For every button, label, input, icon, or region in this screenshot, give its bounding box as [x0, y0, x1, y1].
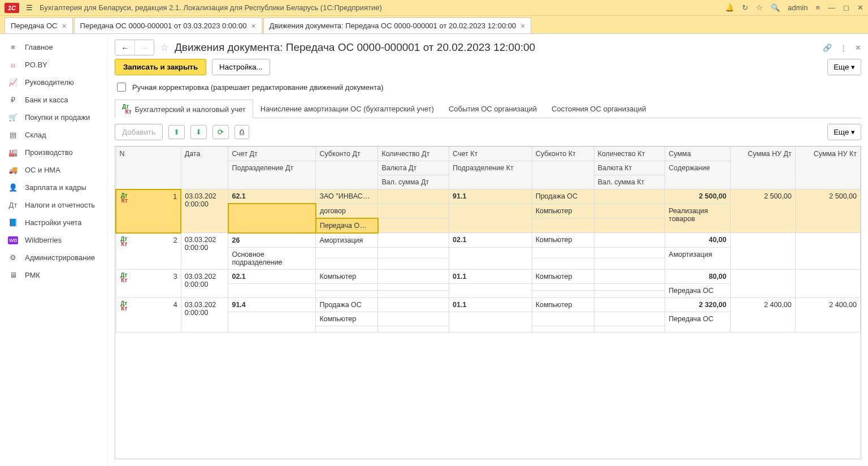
- sidebar-item-assets[interactable]: 🚚ОС и НМА: [0, 161, 107, 179]
- kebab-icon[interactable]: ⋮: [840, 44, 847, 52]
- maximize-icon[interactable]: ◻: [843, 3, 849, 12]
- th-content[interactable]: Содержание: [665, 161, 730, 189]
- sidebar: ≡Главное ☼PO.BY 📈Руководителю ₽Банк и ка…: [0, 34, 107, 466]
- entries-table: N Дата Счет Дт Субконто Дт Количество Дт…: [115, 146, 861, 333]
- window-tab[interactable]: Передача ОС 0000-000001 от 03.03.2023 0:…: [74, 18, 262, 33]
- th-qty-dt[interactable]: Количество Дт: [378, 147, 449, 161]
- cell-valsum-dt: [378, 258, 449, 270]
- sidebar-item-admin[interactable]: ⚙Администрирование: [0, 249, 107, 266]
- tab-close-icon[interactable]: ×: [62, 22, 66, 30]
- link-icon[interactable]: 🔗: [823, 44, 832, 52]
- sidebar-item-label: Wildberries: [25, 236, 62, 244]
- cell-subk-dt2: [316, 247, 378, 258]
- minimize-icon[interactable]: —: [828, 3, 835, 12]
- history-icon[interactable]: ↻: [742, 3, 748, 12]
- search-icon[interactable]: 🔍: [771, 3, 780, 12]
- sidebar-item-label: Зарплата и кадры: [25, 183, 86, 192]
- window-tab[interactable]: Движения документа: Передача ОС 0000-000…: [263, 18, 532, 33]
- sidebar-item-label: PO.BY: [25, 61, 47, 69]
- save-close-button[interactable]: Записать и закрыть: [115, 59, 206, 75]
- th-dept-dt[interactable]: Подразделение Дт: [228, 161, 316, 189]
- th-sum[interactable]: Сумма: [665, 147, 730, 161]
- manual-correction-checkbox[interactable]: [117, 83, 126, 92]
- th-dept-kt[interactable]: Подразделение Кт: [449, 161, 532, 189]
- cell-valsum-kt: [594, 291, 665, 298]
- th-valsum-kt[interactable]: Вал. сумма Кт: [594, 175, 665, 189]
- cell-dept-kt: [449, 204, 532, 233]
- star-icon[interactable]: ☆: [756, 3, 763, 12]
- add-button[interactable]: Добавить: [115, 124, 163, 140]
- export-button[interactable]: ⎙: [235, 125, 249, 139]
- cell-subk-dt3: Передача О…: [316, 218, 378, 233]
- cell-nu-kt: [795, 233, 860, 270]
- cell-dept-dt: Основное подразделение: [228, 247, 316, 269]
- tab-amortization[interactable]: Начисление амортизации ОС (бухгалтерский…: [253, 99, 441, 118]
- cell-dept-dt: [228, 204, 316, 233]
- refresh-button[interactable]: ⟳: [212, 125, 229, 139]
- table-more-button[interactable]: Еще ▾: [827, 124, 861, 140]
- cell-content: Передача ОС: [665, 283, 730, 297]
- tab-states[interactable]: Состояния ОС организаций: [544, 99, 653, 118]
- window-tab[interactable]: Передача ОС ×: [5, 18, 73, 33]
- sidebar-item-manager[interactable]: 📈Руководителю: [0, 74, 107, 91]
- app-titlebar: 1С ☰ Бухгалтерия для Беларуси, редакция …: [0, 0, 868, 16]
- tab-close-icon[interactable]: ×: [520, 22, 525, 30]
- close-icon[interactable]: ✕: [857, 3, 863, 12]
- favorite-icon[interactable]: ☆: [160, 41, 169, 54]
- cell-qty-kt: [594, 297, 665, 312]
- menu-icon[interactable]: ☰: [26, 3, 33, 12]
- th-subk-dt[interactable]: Субконто Дт: [316, 147, 378, 161]
- sidebar-item-settings[interactable]: 📘Настройки учета: [0, 214, 107, 231]
- cell-content: Амортизация: [665, 247, 730, 269]
- cell-sum: 40,00: [665, 233, 730, 248]
- cell-nu-dt: 2 500,00: [730, 189, 795, 233]
- sidebar-item-warehouse[interactable]: ▤Склад: [0, 126, 107, 144]
- th-nu-kt[interactable]: Сумма НУ Кт: [795, 147, 860, 189]
- sidebar-item-production[interactable]: 🏭Производство: [0, 144, 107, 161]
- settings-button[interactable]: Настройка...: [212, 59, 270, 75]
- cell-valsum-dt: [378, 291, 449, 298]
- cell-dept-kt: [449, 247, 532, 269]
- th-acct-kt[interactable]: Счет Кт: [449, 147, 532, 161]
- close-page-icon[interactable]: ✕: [855, 44, 861, 52]
- user-menu-icon[interactable]: ≡: [815, 3, 820, 12]
- sidebar-item-bank[interactable]: ₽Банк и касса: [0, 91, 107, 109]
- table-row[interactable]: Дт Кт1 03.03.202 0:00:00 62.1 ЗАО "ИНВАС…: [116, 189, 861, 204]
- sidebar-item-main[interactable]: ≡Главное: [0, 38, 107, 56]
- sidebar-item-sales[interactable]: 🛒Покупки и продажи: [0, 109, 107, 126]
- back-button[interactable]: ←: [115, 40, 134, 55]
- sidebar-item-taxes[interactable]: ДтНалоги и отчетность: [0, 196, 107, 214]
- move-up-button[interactable]: ⬆: [168, 125, 185, 139]
- home-icon: ≡: [8, 43, 18, 51]
- th-nu-dt[interactable]: Сумма НУ Дт: [730, 147, 795, 189]
- tab-close-icon[interactable]: ×: [251, 22, 255, 30]
- th-valsum-dt[interactable]: Вал. сумма Дт: [378, 175, 449, 189]
- tab-label: Начисление амортизации ОС (бухгалтерский…: [261, 105, 434, 113]
- cell-acct-dt: 91.4: [228, 297, 316, 312]
- th-subk-kt[interactable]: Субконто Кт: [532, 147, 594, 161]
- tab-events[interactable]: События ОС организаций: [441, 99, 544, 118]
- table-row[interactable]: Дт Кт3 03.03.202 0:00:00 02.1 Компьютер …: [116, 269, 861, 283]
- tab-accounting[interactable]: Дт Кт Бухгалтерский и налоговый учет: [115, 100, 253, 118]
- th-n[interactable]: N: [116, 147, 181, 189]
- table-row[interactable]: Дт Кт2 03.03.202 0:00:00 26 Амортизация …: [116, 233, 861, 248]
- th-acct-dt[interactable]: Счет Дт: [228, 147, 316, 161]
- th-cur-kt[interactable]: Валюта Кт: [594, 161, 665, 175]
- more-button[interactable]: Еще ▾: [827, 59, 861, 75]
- th-qty-kt[interactable]: Количество Кт: [594, 147, 665, 161]
- forward-button[interactable]: →: [134, 40, 154, 55]
- bell-icon[interactable]: 🔔: [725, 3, 734, 12]
- move-down-button[interactable]: ⬇: [190, 125, 207, 139]
- user-name[interactable]: admin: [788, 3, 808, 12]
- sidebar-item-salary[interactable]: 👤Зарплата и кадры: [0, 179, 107, 196]
- cell-subk-dt: Компьютер: [316, 269, 378, 283]
- cell-acct-dt: 26: [228, 233, 316, 248]
- warehouse-icon: ▤: [8, 131, 18, 139]
- page-title: Движения документа: Передача ОС 0000-000…: [175, 41, 817, 54]
- sidebar-item-rmk[interactable]: 🖥РМК: [0, 266, 107, 284]
- sidebar-item-wb[interactable]: WBWildberries: [0, 231, 107, 249]
- th-cur-dt[interactable]: Валюта Дт: [378, 161, 449, 175]
- sidebar-item-poby[interactable]: ☼PO.BY: [0, 56, 107, 74]
- table-row[interactable]: Дт Кт4 03.03.202 0:00:00 91.4 Продажа ОС…: [116, 297, 861, 312]
- th-date[interactable]: Дата: [181, 147, 228, 189]
